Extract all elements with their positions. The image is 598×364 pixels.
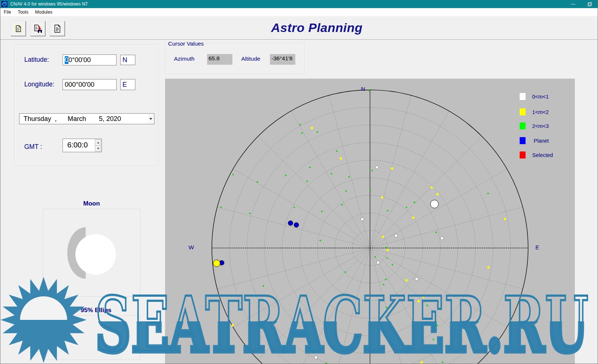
azimuth-spoke <box>370 136 482 248</box>
menu-tools[interactable]: Tools <box>14 8 32 16</box>
star-faint <box>344 271 346 273</box>
planet <box>288 221 293 225</box>
star-medium <box>232 324 234 326</box>
star-faint <box>487 193 489 195</box>
star-faint <box>263 285 264 287</box>
star-faint <box>448 295 450 297</box>
gmt-spinner[interactable]: 6:00:0 <box>63 139 102 152</box>
document-icon <box>53 24 62 33</box>
star-faint <box>293 206 295 208</box>
star-faint <box>374 256 376 258</box>
moon-title: Moon <box>43 200 140 207</box>
gmt-label: GMT : <box>24 143 42 151</box>
star-faint <box>370 189 371 191</box>
export-report-button[interactable] <box>30 21 45 36</box>
longitude-hemisphere-value: E <box>122 81 127 89</box>
cursor-values-title: Cursor Values <box>167 40 205 47</box>
star-faint <box>277 338 279 339</box>
star-faint <box>413 201 415 203</box>
gmt-decrement-button[interactable] <box>95 145 101 151</box>
azimuth-spoke <box>370 248 523 289</box>
azimuth-spoke <box>217 248 370 289</box>
altitude-label: Altitude <box>241 56 260 62</box>
star-bright <box>395 234 398 238</box>
star-faint <box>348 176 350 178</box>
longitude-input[interactable]: 000°00'00 <box>63 79 117 90</box>
azimuth-spoke <box>370 248 411 364</box>
title-bar: CNAV 4.0 for windows 95/windows NT <box>0 0 598 8</box>
star-bright <box>361 218 364 221</box>
moon-extra-box <box>44 315 140 360</box>
star-faint <box>454 338 456 340</box>
sky-chart[interactable]: NWE0<m<11<m<22<m<3 PlanetSelected <box>165 79 575 364</box>
view-report-button[interactable] <box>50 21 65 36</box>
star-medium <box>437 193 439 195</box>
date-combobox[interactable]: Thursday , March 5, 2020 <box>19 113 154 124</box>
star-faint <box>436 324 438 326</box>
star-faint <box>421 315 423 317</box>
date-value: Thursday , March 5, 2020 <box>19 115 121 123</box>
star-medium <box>391 167 393 169</box>
azimuth-spoke <box>370 111 449 248</box>
longitude-value: 000°00'00 <box>65 81 95 89</box>
azimuth-spoke <box>258 136 370 248</box>
gmt-value: 6:00:0 <box>67 141 88 149</box>
latitude-value: 0°00'00 <box>68 56 91 64</box>
star-medium <box>340 157 342 160</box>
save-document-icon <box>33 24 43 33</box>
legend-swatch-3 <box>520 122 526 129</box>
longitude-label: Longitude: <box>24 81 54 88</box>
star-medium <box>421 361 423 363</box>
star-medium <box>311 127 313 129</box>
chevron-down-icon <box>149 118 152 120</box>
latitude-selection: 0 <box>65 56 68 64</box>
azimuth-spoke <box>370 248 482 360</box>
star-faint <box>406 206 407 208</box>
star-faint <box>306 180 308 182</box>
star-bright <box>314 356 318 359</box>
latitude-input[interactable]: 00°00'00 <box>63 54 117 65</box>
star-faint <box>391 264 393 265</box>
compass-east-label: E <box>535 244 539 250</box>
minimize-button[interactable] <box>565 0 581 8</box>
new-report-button[interactable] <box>11 21 26 36</box>
down-arrow-icon <box>97 148 99 149</box>
azimuth-spoke <box>370 95 411 248</box>
latitude-hemisphere-input[interactable]: N <box>120 55 135 65</box>
star-faint <box>387 210 388 211</box>
date-dropdown-button[interactable] <box>148 114 154 124</box>
star-medium <box>422 296 424 298</box>
star-faint <box>301 132 303 134</box>
legend-label-1: 0<m<1 <box>532 94 549 100</box>
star-faint <box>316 131 318 133</box>
star-faint <box>382 283 384 285</box>
star-bright <box>395 341 398 345</box>
latitude-hemisphere-value: N <box>122 56 127 64</box>
compass-north-label: N <box>361 86 365 92</box>
menu-file[interactable]: File <box>0 8 14 16</box>
menu-bar: File Tools Modules <box>0 8 598 16</box>
star-bright <box>377 261 380 264</box>
star-faint <box>433 339 434 340</box>
restore-button[interactable] <box>581 0 598 8</box>
moon-phase-graphic <box>43 209 140 297</box>
star-faint <box>371 169 373 171</box>
star-bright <box>441 237 444 240</box>
legend-swatch-5 <box>520 151 526 158</box>
star-faint <box>442 361 444 363</box>
planet <box>294 222 299 227</box>
window-title: CNAV 4.0 for windows 95/windows NT <box>10 1 88 7</box>
azimuth-spoke <box>370 248 449 364</box>
star-faint <box>232 174 234 175</box>
menu-modules[interactable]: Modules <box>32 8 56 16</box>
star-medium <box>487 266 490 268</box>
star-faint <box>321 211 323 213</box>
star-faint <box>336 150 338 152</box>
moon <box>430 200 438 208</box>
star-faint <box>345 190 347 192</box>
longitude-hemisphere-input[interactable]: E <box>120 79 135 90</box>
gmt-increment-button[interactable] <box>95 139 101 145</box>
star-faint <box>385 278 387 280</box>
azimuth-spoke <box>329 248 370 364</box>
star-medium <box>504 218 506 220</box>
